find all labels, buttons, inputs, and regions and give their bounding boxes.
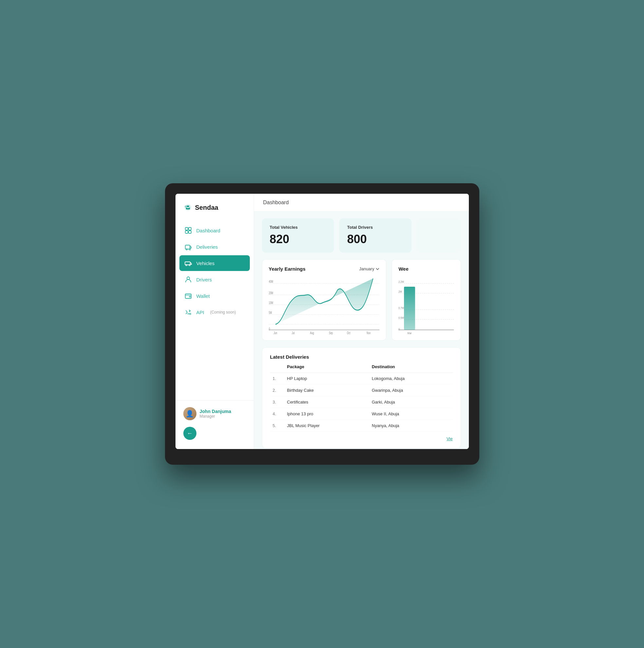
svg-text:5M: 5M (269, 311, 272, 315)
deliveries-icon (185, 243, 192, 250)
chevron-down-icon (376, 267, 380, 271)
user-role: Manager (200, 414, 231, 419)
yearly-earnings-card: Yearly Earnings January (262, 259, 387, 341)
row-package-3: Certificates (287, 399, 365, 404)
svg-text:2M: 2M (398, 290, 402, 293)
yearly-chart-title: Yearly Earnings (269, 266, 306, 272)
drivers-icon (185, 276, 192, 283)
row-num-2: 2. (273, 388, 281, 393)
col-dest-header: Destination (372, 364, 450, 369)
weekly-chart-title: Wee (398, 266, 409, 272)
svg-text:Sep: Sep (329, 331, 333, 335)
sidebar-item-deliveries[interactable]: Deliveries (180, 239, 250, 255)
stat-drivers-label: Total Drivers (347, 225, 404, 230)
svg-text:0.7M: 0.7M (398, 306, 404, 310)
sidebar: Sendaa Dashboard (176, 194, 254, 449)
weekly-chart-card: Wee 2.2M 2M 0.7M (392, 259, 461, 341)
logo-icon (183, 203, 193, 212)
content-area: Total Vehicles 820 Total Drivers 800 (254, 212, 469, 449)
logo-area: Sendaa (176, 194, 254, 223)
svg-rect-4 (185, 245, 190, 249)
sidebar-item-drivers[interactable]: Drivers (180, 272, 250, 287)
api-icon (185, 309, 192, 316)
dashboard-icon (185, 227, 192, 234)
svg-text:40M: 40M (269, 280, 273, 284)
svg-rect-3 (189, 231, 191, 233)
yearly-chart-area: 40M 20M 10M 5M 0 (269, 277, 380, 336)
sidebar-item-wallet-label: Wallet (196, 293, 210, 299)
svg-point-5 (186, 249, 187, 250)
svg-rect-42 (404, 287, 415, 330)
stat-card-extra (417, 218, 461, 253)
sidebar-item-api-label: API (196, 310, 204, 315)
row-dest-5: Nyanya, Abuja (372, 423, 450, 428)
back-button[interactable]: ← (183, 427, 196, 440)
svg-rect-2 (185, 231, 188, 233)
svg-text:Aug: Aug (310, 331, 314, 335)
user-info: John Danjuma Manager (183, 407, 246, 420)
row-package-5: JBL Music Player (287, 423, 365, 428)
svg-text:20M: 20M (269, 291, 273, 295)
row-num-4: 4. (273, 412, 281, 416)
table-header: Package Destination (270, 364, 453, 373)
table-row: 3. Certificates Garki, Abuja (270, 396, 453, 408)
svg-text:Nov: Nov (366, 331, 370, 335)
row-dest-2: Gwarinpa, Abuja (372, 388, 450, 393)
svg-point-10 (187, 277, 190, 279)
sidebar-item-wallet[interactable]: Wallet (180, 288, 250, 304)
main-content: Dashboard Total Vehicles 820 Total Drive… (254, 194, 469, 449)
sidebar-item-dashboard[interactable]: Dashboard (180, 223, 250, 238)
avatar-image (183, 407, 196, 420)
stat-card-drivers: Total Drivers 800 (339, 218, 411, 253)
table-row: 1. HP Laptop Lokogoma, Abuja (270, 373, 453, 385)
sidebar-item-dashboard-label: Dashboard (196, 228, 220, 233)
row-num-5: 5. (273, 423, 281, 428)
row-package-4: Iphone 13 pro (287, 412, 365, 416)
row-num-1: 1. (273, 376, 281, 381)
yearly-chart-dropdown[interactable]: January (359, 266, 380, 271)
api-badge: (Coming soon) (210, 310, 236, 315)
row-dest-4: Wuse II, Abuja (372, 412, 450, 416)
row-package-1: HP Laptop (287, 376, 365, 381)
table-row: 4. Iphone 13 pro Wuse II, Abuja (270, 408, 453, 420)
svg-point-9 (189, 264, 190, 266)
svg-text:Mar: Mar (407, 331, 411, 335)
sidebar-item-vehicles-label: Vehicles (196, 261, 215, 266)
stats-row: Total Vehicles 820 Total Drivers 800 (262, 218, 461, 253)
col-package-header: Package (287, 364, 365, 369)
svg-text:0.5M: 0.5M (398, 316, 404, 319)
row-package-2: Birthday Cake (287, 388, 365, 393)
deliveries-title: Latest Deliveries (270, 354, 453, 360)
charts-row: Yearly Earnings January (262, 259, 461, 341)
svg-text:10M: 10M (269, 301, 273, 305)
sidebar-item-api[interactable]: API (Coming soon) (180, 304, 250, 320)
sidebar-nav: Dashboard Deliveries (176, 223, 254, 400)
weekly-chart-header: Wee (398, 266, 454, 272)
deliveries-card: Latest Deliveries Package Destination 1.… (262, 347, 461, 448)
user-details: John Danjuma Manager (200, 409, 231, 419)
sidebar-item-drivers-label: Drivers (196, 277, 212, 282)
stat-vehicles-label: Total Vehicles (270, 225, 327, 230)
svg-text:Jul: Jul (292, 331, 295, 335)
view-all-area: Vie (270, 436, 453, 441)
user-name: John Danjuma (200, 409, 231, 414)
view-all-link[interactable]: Vie (447, 436, 453, 441)
yearly-chart-svg: 40M 20M 10M 5M 0 (269, 277, 380, 336)
sidebar-item-deliveries-label: Deliveries (196, 244, 218, 250)
table-row: 2. Birthday Cake Gwarinpa, Abuja (270, 385, 453, 396)
svg-rect-12 (189, 296, 191, 297)
logo-text: Sendaa (195, 204, 218, 211)
laptop-frame: Sendaa Dashboard (165, 183, 479, 465)
stat-card-vehicles: Total Vehicles 820 (262, 218, 334, 253)
screen: Sendaa Dashboard (176, 194, 469, 449)
row-dest-1: Lokogoma, Abuja (372, 376, 450, 381)
yearly-chart-header: Yearly Earnings January (269, 266, 380, 272)
svg-rect-1 (189, 227, 191, 230)
svg-point-6 (189, 249, 191, 250)
stat-vehicles-value: 820 (270, 232, 327, 246)
svg-text:0: 0 (269, 327, 270, 331)
table-row: 5. JBL Music Player Nyanya, Abuja (270, 420, 453, 432)
sidebar-item-vehicles[interactable]: Vehicles (180, 255, 250, 271)
svg-text:2.2M: 2.2M (398, 280, 404, 283)
weekly-chart-area: 2.2M 2M 0.7M 0.5M 0 (398, 277, 454, 336)
